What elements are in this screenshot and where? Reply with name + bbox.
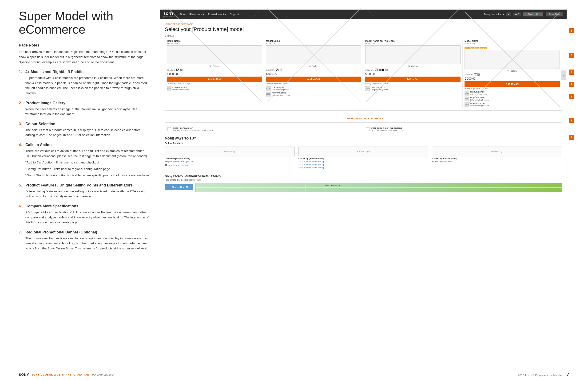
model-3-colours: COLOUR: ✓ ✕ ✕ ✕ bbox=[365, 69, 461, 71]
ann-2: 2 bbox=[569, 53, 574, 58]
model-4-gallery[interactable]: 🔍 Gallery bbox=[464, 70, 560, 72]
page-footer: SONY SONY GLOBAL WEB TRANSFORMATION JANU… bbox=[0, 369, 588, 380]
retailer-3-carried: Carried by [Retailer Name] bbox=[432, 157, 562, 160]
retailer-3-link-1[interactable]: Shop All Sony Products bbox=[432, 160, 562, 163]
nav-entertainment[interactable]: Entertainment ▾ bbox=[208, 13, 226, 16]
model-1-colours: COLOUR: ✓ ✕ bbox=[167, 69, 262, 71]
section-7-num: 7. bbox=[19, 230, 23, 234]
section-5-desc: Differentiating features and unique sell… bbox=[25, 189, 150, 199]
nav-wishlist[interactable]: ♥ bbox=[506, 12, 511, 17]
model-4-colours: COLOUR: ✓ ✕ bbox=[464, 73, 560, 76]
model-3-image[interactable] bbox=[365, 45, 461, 64]
more-ways-title: MORE WAYS TO BUY bbox=[165, 137, 562, 140]
browser-frame: SONY product division Store Electronics … bbox=[160, 9, 567, 196]
model-1-ships: Usually Ships within 1-2 Days bbox=[167, 83, 262, 85]
retailer-2-link-2[interactable]: Shop [Specific Model Name] bbox=[298, 163, 428, 166]
footer-copyright: © 2014 SONY. Proprietary Confidential bbox=[518, 374, 562, 377]
feature-icon-2-1: ICON bbox=[266, 86, 271, 91]
model-col-3: Model Name on Two Lines MODEL SKU 🔍 Gall… bbox=[363, 40, 463, 108]
location-icon: 📍 bbox=[168, 186, 171, 189]
model-2-image[interactable] bbox=[266, 45, 361, 64]
model-2-price: € 000.00 bbox=[266, 72, 361, 76]
model-2-gallery[interactable]: 🔍 Gallery bbox=[266, 65, 361, 67]
retailer-2-link-3[interactable]: Shop [Specific Model Name] bbox=[298, 166, 428, 169]
model-2-feature-2: ICON FEATURE/SPEC Differentiating Featur… bbox=[266, 92, 361, 97]
browser-nav: SONY product division Store Electronics … bbox=[160, 10, 567, 19]
colour-swatch-3d[interactable]: ✕ bbox=[385, 69, 388, 71]
promo-banner-1: NEED HELP BUYING? Call 8001 - 9507 to ta… bbox=[168, 127, 361, 131]
model-3-add-to-cart[interactable]: Add to Cart bbox=[365, 76, 461, 82]
stores-row: 📍 Stores Near Me Ciudad de Bosque bbox=[165, 183, 562, 192]
nav-user[interactable]: Jimmy Johnathan ▾ bbox=[484, 13, 504, 16]
colour-swatch-1[interactable]: ✕ bbox=[180, 69, 183, 71]
section-5-title: Product Features / Unique Selling Points… bbox=[25, 183, 133, 188]
promo-banner-2: FREE SHIPPING ON ALL ORDERS When you ord… bbox=[366, 127, 559, 131]
model-1-image[interactable] bbox=[167, 45, 262, 64]
retailer-3: Retailer Logo Carried by [Retailer Name]… bbox=[432, 147, 562, 169]
model-col-2: Model Name MODEL SKU 🔍 Gallery bbox=[264, 40, 363, 108]
colour-swatch-4b[interactable]: ✕ bbox=[478, 73, 480, 76]
section-4-bullet-3: "Out of Stock" button - button is disabl… bbox=[25, 173, 150, 178]
section-3-num: 3. bbox=[19, 122, 23, 126]
annotation-marker-1: 1 bbox=[569, 28, 574, 33]
colour-swatch-selected[interactable]: ✓ bbox=[176, 69, 179, 71]
footer-page-num: 7 bbox=[567, 372, 569, 377]
model-2-add-to-cart[interactable]: Add to Cart bbox=[266, 76, 361, 82]
page-notes-section: Page Notes The user arrives at the "Hand… bbox=[19, 43, 150, 65]
ann-3: 3 bbox=[569, 70, 574, 75]
breadcrumb[interactable]: ‹ TITLE OF PRODUCT PAGE bbox=[165, 23, 562, 25]
more-ways-section: MORE WAYS TO BUY Online Retailers Retail… bbox=[165, 137, 562, 192]
nav-links: Store Electronics ▾ Entertainment ▾ Supp… bbox=[179, 13, 481, 16]
section-7-desc: The promotional banner is optional for e… bbox=[25, 236, 150, 251]
compare-link[interactable]: COMPARE MORE SPECIFICATIONS bbox=[344, 117, 383, 119]
feature-icon-4-2: ICON bbox=[464, 96, 469, 101]
retailer-2-logo: Retailer Logo bbox=[298, 147, 428, 156]
footer-right: © 2014 SONY. Proprietary Confidential 7 bbox=[518, 372, 569, 377]
colour-swatch-3c[interactable]: ✕ bbox=[381, 69, 384, 71]
section-4-title: Calls to Action bbox=[25, 143, 51, 147]
colour-swatch-2b[interactable]: ✕ bbox=[279, 69, 282, 71]
section-1: 1. 4+ Models and Right/Left Paddles Supe… bbox=[19, 70, 150, 95]
model-col-4: Model Name MODEL SKU Sony Store Online E… bbox=[463, 40, 562, 108]
retailer-2-link-1[interactable]: Shop [Specific Model Name] bbox=[298, 160, 428, 163]
colour-swatch-selected-2[interactable]: ✓ bbox=[276, 69, 278, 71]
footer-date: JANUARY 27, 2014 bbox=[91, 373, 114, 376]
nav-store[interactable]: Store bbox=[179, 13, 186, 16]
annotation-marker-3: 3 bbox=[569, 70, 574, 75]
promo-1-desc: Call 8001 - 9507 to talk to one of our r… bbox=[173, 129, 214, 131]
section-6: 6. Compare More Specifications A "Compar… bbox=[19, 204, 150, 225]
nav-support[interactable]: Support bbox=[230, 13, 239, 16]
section-7: 7. Regional Promotional Banner (Optional… bbox=[19, 230, 150, 251]
stores-near-button[interactable]: 📍 Stores Near Me bbox=[165, 184, 193, 190]
retailer-1: Retailer Logo Carried by [Retailer Name]… bbox=[165, 147, 295, 169]
model-1-price: € 000.00 bbox=[167, 72, 262, 76]
model-4-add-to-cart[interactable]: Add to Cart bbox=[464, 81, 560, 87]
section-2: 2. Product Image Gallery When the user s… bbox=[19, 101, 150, 117]
model-3-gallery[interactable]: 🔍 Gallery bbox=[365, 65, 461, 67]
page-notes-text: The user arrives at the "Handshake Page"… bbox=[19, 49, 150, 65]
section-4: 4. Calls to Action There are various cal… bbox=[19, 143, 150, 178]
model-2-ships: Usually Ship within 1-2 Days bbox=[266, 83, 361, 85]
colour-swatch-selected-4[interactable]: ✓ bbox=[474, 73, 477, 76]
model-2-colours: COLOUR: ✓ ✕ bbox=[266, 69, 361, 71]
nav-electronics[interactable]: Electronics ▾ bbox=[189, 13, 204, 16]
right-paddle[interactable]: › bbox=[561, 71, 566, 80]
section-2-title: Product Image Gallery bbox=[25, 101, 65, 105]
model-4-image[interactable] bbox=[464, 50, 560, 69]
wireframe-page-title: Select your [Product Name] model bbox=[165, 26, 562, 32]
nav-sony-site[interactable]: Sony Site ▾ bbox=[546, 12, 563, 17]
footer-left: SONY SONY GLOBAL WEB TRANSFORMATION JANU… bbox=[19, 373, 114, 377]
promo-2-desc: When you order from Sony, delivery is fr… bbox=[371, 129, 405, 131]
right-panel: SONY product division Store Electronics … bbox=[160, 9, 574, 359]
annotation-marker-7: 7 bbox=[569, 135, 574, 140]
retailer-1-link-1[interactable]: Shop All [Product Name] Models bbox=[165, 160, 295, 163]
promo-2-title: FREE SHIPPING ON ALL ORDERS bbox=[371, 127, 405, 129]
model-1-gallery[interactable]: 🔍 Gallery bbox=[167, 65, 262, 67]
model-2-sku: MODEL SKU bbox=[266, 42, 361, 44]
model-1-add-to-cart[interactable]: Add to Cart bbox=[167, 76, 262, 82]
nav-cart[interactable]: ☰ 5 bbox=[513, 12, 521, 17]
colour-swatch-3b[interactable]: ✕ bbox=[378, 69, 381, 71]
nav-search[interactable]: Search 🔍 bbox=[523, 12, 543, 17]
model-3-sku: MODEL SKU bbox=[365, 42, 461, 44]
colour-swatch-selected-3[interactable]: ✓ bbox=[375, 69, 378, 71]
